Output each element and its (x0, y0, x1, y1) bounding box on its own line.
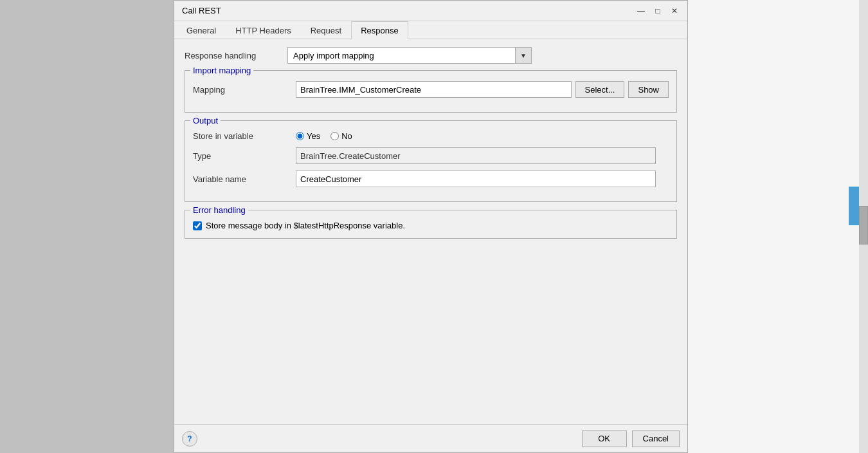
tab-bar: General HTTP Headers Request Response (174, 21, 687, 39)
variable-name-label: Variable name (193, 174, 296, 184)
error-handling-legend: Error handling (190, 205, 248, 215)
import-mapping-section: Import mapping Mapping Select... Show (185, 70, 677, 113)
right-panel (685, 0, 868, 453)
tab-request[interactable]: Request (301, 21, 351, 39)
store-in-variable-label: Store in variable (193, 131, 296, 141)
response-handling-row: Response handling Apply import mapping D… (185, 47, 677, 64)
dialog-title: Call REST (182, 6, 221, 15)
output-inner: Store in variable Yes No Type (193, 131, 669, 187)
select-button[interactable]: Select... (575, 81, 625, 98)
mapping-label: Mapping (193, 85, 296, 95)
response-handling-label: Response handling (185, 51, 287, 60)
scrollbar[interactable] (859, 0, 868, 453)
cancel-button[interactable]: Cancel (632, 430, 680, 447)
variable-name-row: Variable name (193, 171, 669, 187)
type-row: Type (193, 147, 669, 164)
help-button[interactable]: ? (182, 431, 197, 447)
title-bar-controls: — □ ✕ (633, 4, 682, 18)
type-label: Type (193, 151, 296, 161)
tab-http-headers[interactable]: HTTP Headers (226, 21, 300, 39)
import-mapping-legend: Import mapping (190, 66, 253, 75)
footer-left: ? (182, 431, 197, 447)
yes-radio-text: Yes (307, 131, 320, 141)
output-legend: Output (190, 116, 221, 125)
footer-right: OK Cancel (582, 430, 680, 447)
store-message-body-checkbox[interactable] (193, 221, 202, 230)
output-section: Output Store in variable Yes No (185, 120, 677, 202)
store-in-variable-radio-group: Yes No (296, 131, 352, 141)
close-button[interactable]: ✕ (667, 4, 682, 18)
response-handling-dropdown-wrapper: Apply import mapping Do nothing Map to J… (287, 47, 532, 64)
dialog-content: Response handling Apply import mapping D… (174, 39, 687, 424)
dialog-footer: ? OK Cancel (174, 424, 687, 452)
type-input[interactable] (296, 147, 656, 164)
show-button[interactable]: Show (628, 81, 669, 98)
store-in-variable-row: Store in variable Yes No (193, 131, 669, 141)
call-rest-dialog: Call REST — □ ✕ General HTTP Headers Req… (174, 0, 688, 453)
yes-radio[interactable] (296, 132, 304, 140)
response-handling-dropdown[interactable]: Apply import mapping Do nothing Map to J… (287, 47, 532, 64)
import-mapping-inner: Mapping Select... Show (193, 81, 669, 98)
no-radio-label[interactable]: No (330, 131, 352, 141)
ok-button[interactable]: OK (582, 430, 627, 447)
minimize-button[interactable]: — (633, 4, 649, 18)
store-message-body-label: Store message body in $latestHttpRespons… (206, 221, 405, 230)
no-radio[interactable] (330, 132, 339, 140)
mapping-input[interactable] (296, 81, 572, 98)
store-message-body-row[interactable]: Store message body in $latestHttpRespons… (193, 221, 669, 230)
tab-response[interactable]: Response (351, 21, 408, 39)
mapping-row: Mapping Select... Show (193, 81, 669, 98)
no-radio-text: No (341, 131, 352, 141)
maximize-button[interactable]: □ (650, 4, 665, 18)
scrollbar-thumb[interactable] (859, 206, 868, 245)
title-bar: Call REST — □ ✕ (174, 1, 687, 21)
error-handling-inner: Store message body in $latestHttpRespons… (193, 221, 669, 230)
yes-radio-label[interactable]: Yes (296, 131, 320, 141)
mapping-input-row: Select... Show (296, 81, 669, 98)
error-handling-section: Error handling Store message body in $la… (185, 210, 677, 239)
tab-general[interactable]: General (177, 21, 226, 39)
variable-name-input[interactable] (296, 171, 656, 187)
